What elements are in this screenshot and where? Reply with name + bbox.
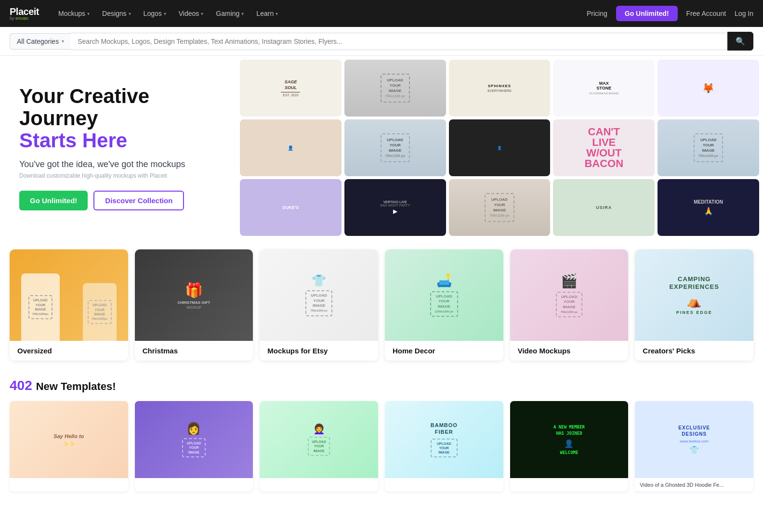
chevron-down-icon: ▾ xyxy=(241,11,244,16)
hero-img-12: VERTIGO LIVE SAD NIGHT PARTY ▶ xyxy=(344,179,446,236)
hero-img-3: SPHINXES EVERYWHERE xyxy=(449,60,551,117)
chevron-down-icon: ▾ xyxy=(164,11,166,16)
hero-img-9: CAN'TLIVEW/OUTBACON xyxy=(553,119,655,176)
hero-title: Your Creative Journey Starts Here xyxy=(19,85,217,152)
nav-label-designs: Designs xyxy=(102,10,127,17)
nav-label-mockups: Mockups xyxy=(58,10,85,17)
logo[interactable]: Placeit by envato xyxy=(10,7,39,21)
templates-label: New Templates! xyxy=(36,380,116,393)
nav-item-videos[interactable]: Videos ▾ xyxy=(173,6,210,21)
chevron-down-icon: ▾ xyxy=(276,11,278,16)
nav-label-videos: Videos xyxy=(179,10,199,17)
hero-description: Download customizable high-quality mocku… xyxy=(19,172,217,179)
nav-item-gaming[interactable]: Gaming ▾ xyxy=(210,6,250,21)
hero-unlimited-button[interactable]: Go Unlimited! xyxy=(19,191,88,210)
category-label-oversized: Oversized xyxy=(17,347,52,355)
search-bar: All Categories ▾ 🔍 xyxy=(0,27,763,56)
category-card-creators[interactable]: CAMPINGEXPERIENCES ⛺ PINES EDGE Creators… xyxy=(635,249,753,361)
category-label: All Categories xyxy=(17,38,59,45)
nav-label-gaming: Gaming xyxy=(216,10,239,17)
search-button[interactable]: 🔍 xyxy=(727,32,753,51)
new-templates-section: 402 New Templates! Say Hello to ✨ ✨ 👩 UP… xyxy=(0,370,763,501)
hero-img-8: 👤 xyxy=(449,119,551,176)
pricing-link[interactable]: Pricing xyxy=(587,10,607,17)
hero-img-6: 👤 xyxy=(240,119,342,176)
search-icon: 🔍 xyxy=(736,37,745,45)
go-unlimited-button[interactable]: Go Unlimited! xyxy=(616,6,678,21)
hero-title-line2: Starts Here xyxy=(19,129,127,152)
hero-img-1: SAGESOUL EST. 2020 xyxy=(240,60,342,117)
hero-section: Your Creative Journey Starts Here You've… xyxy=(0,56,763,240)
hero-image-grid: SAGESOUL EST. 2020 UPLOADYOURIMAGE750x12… xyxy=(236,56,763,240)
nav-label-logos: Logos xyxy=(144,10,162,17)
category-card-oversized[interactable]: UPLOADYOURIMAGE750x1200px UPLOADYOURIMAG… xyxy=(10,249,128,361)
nav-item-designs[interactable]: Designs ▾ xyxy=(96,6,137,21)
hero-img-7: UPLOADYOURIMAGE750x1200 px xyxy=(344,119,446,176)
category-label-etsy: Mockups for Etsy xyxy=(267,347,328,355)
chevron-down-icon: ▾ xyxy=(62,39,64,44)
category-card-christmas[interactable]: 🎁 CHRISTMAS GIFT MOCKUP Christmas xyxy=(135,249,253,361)
hero-buttons: Go Unlimited! Discover Collection xyxy=(19,191,217,210)
category-label-homedecor: Home Decor xyxy=(393,347,435,355)
categories-section: UPLOADYOURIMAGE750x1200px UPLOADYOURIMAG… xyxy=(0,240,763,370)
nav-item-mockups[interactable]: Mockups ▾ xyxy=(53,6,95,21)
search-input[interactable] xyxy=(71,33,727,50)
chevron-down-icon: ▾ xyxy=(87,11,90,16)
template-card-2[interactable]: 👩 UPLOADYOURIMAGE xyxy=(135,401,253,492)
hero-img-15: MEDITATION 🙏 xyxy=(658,179,759,236)
category-label-video: Video Mockups xyxy=(518,347,571,355)
category-card-video[interactable]: 🎬 UPLOADYOURIMAGE750x1200 px Video Mocku… xyxy=(510,249,629,361)
hero-discover-button[interactable]: Discover Collection xyxy=(93,191,184,210)
navbar: Placeit by envato Mockups ▾ Designs ▾ Lo… xyxy=(0,0,763,27)
nav-label-learn: Learn xyxy=(256,10,274,17)
logo-text: Placeit xyxy=(10,7,39,16)
hero-title-line1: Your Creative Journey xyxy=(19,85,149,130)
login-link[interactable]: Log In xyxy=(735,10,753,17)
chevron-down-icon: ▾ xyxy=(129,11,131,16)
template-label-6: Video of a Ghosted 3D Hoodie Fe... xyxy=(640,482,724,488)
hero-img-4: MAXSTONE OUTERWEAR BRAND xyxy=(553,60,655,117)
hero-img-10: UPLOADYOURIMAGE750x1200 px xyxy=(658,119,759,176)
category-label-christmas: Christmas xyxy=(143,347,178,355)
category-card-etsy[interactable]: 👕 UPLOADYOURIMAGE750x1200 px Mockups for… xyxy=(260,249,378,361)
templates-grid: Say Hello to ✨ ✨ 👩 UPLOADYOURIMAGE 👩‍🦱 xyxy=(10,401,753,492)
category-label-creators: Creators' Picks xyxy=(643,347,695,355)
logo-envato: envato xyxy=(15,16,28,21)
hero-subtitle: You've got the idea, we've got the mocku… xyxy=(19,159,217,169)
logo-subtext: by envato xyxy=(10,16,39,21)
hero-img-14: USIRA xyxy=(553,179,655,236)
chevron-down-icon: ▾ xyxy=(201,11,203,16)
category-dropdown[interactable]: All Categories ▾ xyxy=(10,33,71,50)
hero-img-11: DUKE'S xyxy=(240,179,342,236)
template-card-5[interactable]: A NEW MEMBERHAS JOINED 👤 Welcome xyxy=(510,401,629,492)
hero-img-13: UPLOADYOURIMAGE750x1200 px xyxy=(449,179,551,236)
hero-img-2: UPLOADYOURIMAGE750x1200 px xyxy=(344,60,446,117)
nav-item-learn[interactable]: Learn ▾ xyxy=(250,6,284,21)
category-card-homedecor[interactable]: 🛋️ UPLOADYOURIMAGE1200x1200 px Home Deco… xyxy=(385,249,503,361)
template-card-3[interactable]: 👩‍🦱 UPLOADYOURIMAGE xyxy=(260,401,378,492)
nav-right: Pricing Go Unlimited! Free Account Log I… xyxy=(587,6,753,21)
new-templates-header: 402 New Templates! xyxy=(10,378,753,393)
template-card-1[interactable]: Say Hello to ✨ ✨ xyxy=(10,401,128,492)
nav-items: Mockups ▾ Designs ▾ Logos ▾ Videos ▾ Gam… xyxy=(53,6,587,21)
template-card-6[interactable]: EXCLUSIVEDESIGNS www.teeilus.com 👕 Video… xyxy=(635,401,753,492)
template-card-4[interactable]: BAMBOOFIBER UPLOADYOURIMAGE xyxy=(385,401,503,492)
hero-img-5: 🦊 xyxy=(658,60,759,117)
hero-text: Your Creative Journey Starts Here You've… xyxy=(0,66,236,230)
nav-item-logos[interactable]: Logos ▾ xyxy=(138,6,172,21)
free-account-link[interactable]: Free Account xyxy=(686,10,726,17)
templates-count: 402 xyxy=(10,378,32,393)
